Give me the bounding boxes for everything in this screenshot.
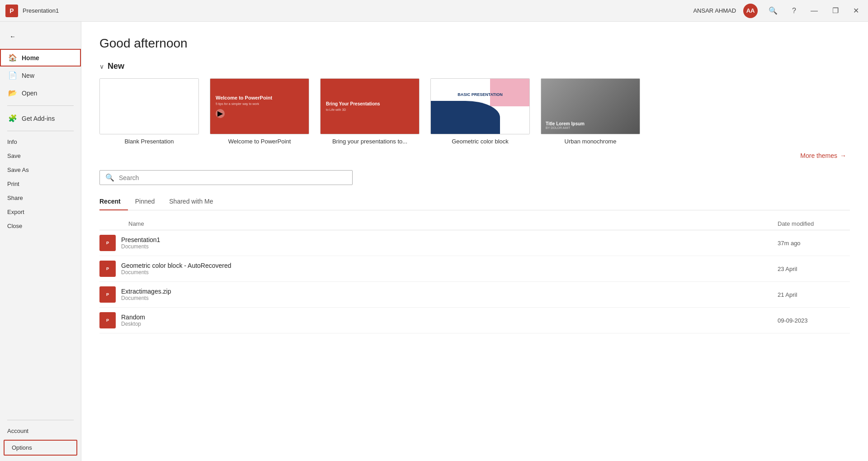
file-date: 21 April: [778, 291, 850, 298]
sidebar-item-print[interactable]: Print: [0, 177, 81, 191]
file-location: Documents: [121, 243, 778, 250]
save-label: Save: [7, 152, 21, 159]
back-button[interactable]: ←: [4, 27, 22, 45]
template-thumb-blank: [99, 78, 199, 134]
pptx-letter: P: [106, 241, 109, 245]
sidebar-item-share[interactable]: Share: [0, 191, 81, 205]
name-column-label: Name: [128, 220, 144, 227]
sidebar-item-info[interactable]: Info: [0, 135, 81, 149]
main-layout: ← 🏠 Home 📄 New 📂 Open 🧩 Get Add-ins Info: [0, 22, 868, 461]
minimize-button[interactable]: —: [807, 5, 821, 17]
content-area: Good afternoon ∨ New Blank Presentation …: [81, 22, 868, 461]
tab-shared[interactable]: Shared with Me: [169, 194, 220, 210]
file-icon-presentation1: P: [99, 235, 116, 251]
templates-row: Blank Presentation Welcome to PowerPoint…: [99, 78, 850, 145]
file-row[interactable]: P Geometric color block - AutoRecovered …: [99, 256, 850, 282]
file-location: Documents: [121, 295, 778, 301]
file-icon-extract: P: [99, 286, 116, 303]
search-bar: 🔍: [99, 170, 353, 185]
sidebar-item-home[interactable]: 🏠 Home: [0, 49, 81, 67]
3d-preview: Bring Your Presentations to Life with 3D: [321, 79, 419, 134]
template-3d[interactable]: Bring Your Presentations to Life with 3D…: [320, 78, 420, 145]
new-section-title: New: [108, 62, 124, 71]
new-section-header: ∨ New: [99, 62, 850, 71]
file-info: Random Desktop: [121, 314, 778, 327]
template-welcome[interactable]: Welcome to PowerPoint 5 tips for a simpl…: [210, 78, 309, 145]
info-label: Info: [7, 138, 17, 145]
file-date: 23 April: [778, 266, 850, 272]
template-thumb-urban: Title Lorem Ipsum BY DOLOR AMIT: [541, 78, 640, 134]
sidebar-item-account[interactable]: Account: [0, 424, 81, 438]
urban-title: Title Lorem Ipsum: [546, 121, 635, 126]
pptx-letter: P: [106, 292, 109, 297]
file-row[interactable]: P Presentation1 Documents 37m ago: [99, 230, 850, 256]
sidebar-divider-2: [7, 131, 74, 131]
file-location: Documents: [121, 269, 778, 276]
more-themes-label: More themes: [800, 152, 837, 159]
share-label: Share: [7, 195, 23, 201]
pptx-letter: P: [106, 318, 109, 323]
export-label: Export: [7, 209, 24, 215]
template-urban[interactable]: Title Lorem Ipsum BY DOLOR AMIT Urban mo…: [541, 78, 640, 145]
sidebar-item-new[interactable]: 📄 New: [0, 67, 81, 84]
pptx-icon: P: [99, 286, 116, 303]
sidebar-item-save[interactable]: Save: [0, 149, 81, 163]
addins-icon: 🧩: [8, 114, 17, 123]
file-location: Desktop: [121, 321, 778, 327]
pptx-icon: P: [99, 261, 116, 277]
tab-recent[interactable]: Recent: [99, 194, 128, 210]
search-button[interactable]: 🔍: [765, 5, 781, 17]
template-blank[interactable]: Blank Presentation: [99, 78, 199, 145]
geo-text: BASIC PRESENTATION: [458, 92, 503, 97]
search-input[interactable]: [119, 174, 347, 181]
sidebar-item-open[interactable]: 📂 Open: [0, 84, 81, 102]
file-name: Geometric color block - AutoRecovered: [121, 262, 778, 269]
files-table: Name Date modified P Presentation1 Docum…: [99, 218, 850, 333]
sidebar-item-addins[interactable]: 🧩 Get Add-ins: [0, 109, 81, 127]
app-icon: P: [5, 5, 18, 17]
home-icon: 🏠: [8, 53, 17, 62]
sidebar-item-export[interactable]: Export: [0, 205, 81, 219]
more-themes-row: More themes →: [99, 152, 850, 159]
urban-preview: Title Lorem Ipsum BY DOLOR AMIT: [541, 79, 640, 134]
new-section-chevron[interactable]: ∨: [99, 63, 104, 70]
geo-blue: [431, 101, 500, 134]
more-themes-arrow: →: [840, 152, 846, 159]
close-label: Close: [7, 223, 22, 229]
search-icon: 🔍: [105, 173, 114, 182]
geo-preview: BASIC PRESENTATION: [431, 79, 529, 134]
sidebar-item-home-label: Home: [22, 54, 39, 62]
tab-pinned[interactable]: Pinned: [135, 194, 162, 210]
template-urban-label: Urban monochrome: [565, 138, 617, 145]
file-row[interactable]: P Extractimages.zip Documents 21 April: [99, 282, 850, 308]
more-themes-button[interactable]: More themes →: [800, 152, 846, 159]
sidebar-item-close[interactable]: Close: [0, 219, 81, 233]
template-geometric[interactable]: BASIC PRESENTATION Geometric color block: [430, 78, 530, 145]
welcome-icon: ▶: [216, 109, 225, 118]
open-icon: 📂: [8, 89, 17, 97]
welcome-preview: Welcome to PowerPoint 5 tips for a simpl…: [210, 79, 309, 134]
sidebar-item-save-as[interactable]: Save As: [0, 163, 81, 177]
welcome-sub-text: 5 tips for a simpler way to work: [216, 102, 303, 105]
close-button[interactable]: ✕: [849, 5, 863, 17]
help-button[interactable]: ?: [788, 5, 800, 17]
template-3d-label: Bring your presentations to...: [332, 138, 407, 145]
sidebar-divider-1: [7, 105, 74, 106]
template-geometric-label: Geometric color block: [452, 138, 509, 145]
welcome-title-text: Welcome to PowerPoint: [216, 95, 303, 100]
template-thumb-welcome: Welcome to PowerPoint 5 tips for a simpl…: [210, 78, 309, 134]
avatar[interactable]: AA: [743, 4, 758, 18]
title-bar: P Presentation1 ANSAR AHMAD AA 🔍 ? — ❐ ✕: [0, 0, 868, 22]
template-thumb-3d: Bring Your Presentations to Life with 3D: [320, 78, 420, 134]
file-icon-geometric: P: [99, 261, 116, 277]
urban-text-block: Title Lorem Ipsum BY DOLOR AMIT: [546, 121, 635, 129]
file-name: Random: [121, 314, 778, 321]
file-row[interactable]: P Random Desktop 09-09-2023: [99, 308, 850, 333]
sidebar-item-options[interactable]: Options: [4, 440, 77, 456]
file-name: Extractimages.zip: [121, 288, 778, 295]
template-blank-label: Blank Presentation: [124, 138, 174, 145]
restore-button[interactable]: ❐: [829, 5, 842, 17]
col-name-header: Name: [99, 220, 778, 227]
file-tabs: Recent Pinned Shared with Me: [99, 194, 850, 210]
options-label: Options: [12, 444, 32, 451]
